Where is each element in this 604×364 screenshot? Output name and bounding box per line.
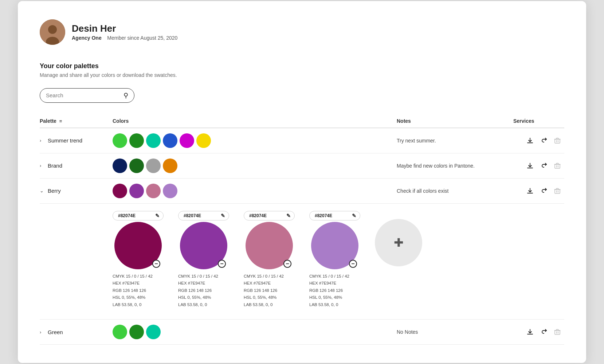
share-button[interactable] [539, 327, 549, 337]
color-swatch[interactable] [113, 325, 127, 339]
color-swatch[interactable] [129, 133, 144, 148]
notes-cell: Maybe find new colors in Pantone. [397, 153, 513, 178]
delete-button[interactable] [553, 186, 562, 196]
color-swatch[interactable] [163, 184, 177, 198]
remove-color-button[interactable]: − [218, 260, 226, 268]
remove-color-button[interactable]: − [349, 260, 357, 268]
berry-expanded-cell: #82074E ✎ − CMYK 15 / 0 / 15 / 42 HEX #7… [40, 203, 564, 320]
services-cell [513, 153, 564, 178]
color-swatch-wrapper: − [311, 222, 358, 269]
colors-cell [113, 178, 397, 203]
lab-value: LAB 53.58, 0, 0 [244, 301, 295, 309]
hsl-value: HSL 0, 55%, 48% [244, 294, 295, 301]
colors-cell [113, 320, 397, 345]
share-button[interactable] [539, 186, 549, 196]
color-swatch[interactable] [129, 158, 144, 173]
lab-value: LAB 53.58, 0, 0 [113, 301, 164, 309]
color-card: #82074E ✎ − CMYK 15 / 0 / 15 / 42 HEX #7… [113, 211, 164, 309]
hex-value: HEX #7E947E [309, 280, 360, 287]
rgb-value: RGB 126 148 126 [113, 287, 164, 294]
search-input-wrapper: ⚲ [40, 88, 134, 103]
th-colors: Colors [113, 114, 397, 128]
delete-button[interactable] [553, 161, 562, 171]
palette-name-cell[interactable]: › Green [40, 329, 113, 335]
table-row: › Summer trend Try next summer. [40, 128, 564, 153]
pencil-icon[interactable]: ✎ [155, 213, 160, 219]
filter-icon[interactable]: ≡ [59, 118, 62, 124]
add-color-button[interactable]: ✚ [375, 219, 422, 266]
services-cell [513, 178, 564, 203]
agency-name: Agency One [72, 35, 102, 41]
th-notes: Notes [397, 114, 513, 128]
chevron-icon: › [40, 163, 45, 168]
avatar [40, 19, 65, 45]
th-services: Services [513, 114, 564, 128]
main-window: Desin Her Agency One Member since August… [18, 1, 586, 363]
hex-label: #82074E [184, 213, 201, 218]
profile-meta: Agency One Member since August 25, 2020 [72, 35, 177, 41]
color-swatch[interactable] [163, 133, 177, 148]
color-swatch[interactable] [113, 184, 127, 198]
notes-cell: Check if all colors exist [397, 178, 513, 203]
search-icon[interactable]: ⚲ [123, 91, 128, 99]
color-swatch[interactable] [196, 133, 211, 148]
pencil-icon[interactable]: ✎ [221, 213, 225, 219]
section-subtitle: Manage and share all your colors or down… [40, 72, 564, 78]
notes-cell: No Notes [397, 320, 513, 345]
hsl-value: HSL 0, 55%, 48% [178, 294, 229, 301]
color-card: #82074E ✎ − CMYK 15 / 0 / 15 / 42 HEX #7… [309, 211, 360, 309]
services-cell [513, 128, 564, 153]
table-row: › Brand Maybe find new colors in Pantone… [40, 153, 564, 178]
profile-header: Desin Her Agency One Member since August… [40, 19, 564, 45]
color-swatch[interactable] [146, 158, 161, 173]
svg-rect-5 [555, 189, 560, 193]
palette-name: Green [48, 329, 63, 335]
plus-icon: ✚ [394, 236, 404, 250]
svg-point-1 [48, 25, 57, 34]
palette-name: Brand [48, 163, 62, 169]
color-swatch[interactable] [146, 325, 161, 339]
download-button[interactable] [525, 136, 535, 146]
pencil-icon[interactable]: ✎ [286, 213, 291, 219]
download-button[interactable] [525, 186, 535, 196]
color-swatch[interactable] [146, 133, 161, 148]
share-button[interactable] [539, 136, 549, 146]
color-card: #82074E ✎ − CMYK 15 / 0 / 15 / 42 HEX #7… [178, 211, 229, 309]
avatar-image [40, 19, 65, 45]
pencil-icon[interactable]: ✎ [352, 213, 356, 219]
palette-name-cell[interactable]: › Brand [40, 163, 113, 169]
rgb-value: RGB 126 148 126 [178, 287, 229, 294]
color-swatch[interactable] [146, 184, 161, 198]
rgb-value: RGB 126 148 126 [309, 287, 360, 294]
palette-table: Palette ≡ Colors Notes Services › Summer… [40, 114, 564, 345]
share-button[interactable] [539, 161, 549, 171]
color-swatch[interactable] [113, 158, 127, 173]
hsl-value: HSL 0, 55%, 48% [309, 294, 360, 301]
delete-button[interactable] [553, 327, 562, 337]
delete-button[interactable] [553, 136, 562, 145]
color-swatch[interactable] [129, 184, 144, 198]
palette-name-cell[interactable]: ⌄ Berry [40, 188, 113, 194]
svg-rect-6 [555, 330, 560, 334]
download-button[interactable] [525, 327, 535, 337]
search-input[interactable] [46, 92, 122, 98]
palette-name-cell[interactable]: › Summer trend [40, 137, 113, 144]
table-row: › Green No Notes [40, 320, 564, 345]
download-button[interactable] [525, 161, 535, 171]
color-swatch[interactable] [113, 133, 127, 148]
color-card-info: CMYK 15 / 0 / 15 / 42 HEX #7E947E RGB 12… [309, 273, 360, 309]
color-swatch[interactable] [163, 158, 177, 173]
color-card-info: CMYK 15 / 0 / 15 / 42 HEX #7E947E RGB 12… [244, 273, 295, 309]
color-card: #82074E ✎ − CMYK 15 / 0 / 15 / 42 HEX #7… [244, 211, 295, 309]
color-card-info: CMYK 15 / 0 / 15 / 42 HEX #7E947E RGB 12… [113, 273, 164, 309]
color-card-header: #82074E ✎ [178, 211, 229, 220]
color-swatch-wrapper: − [114, 222, 162, 269]
palette-name: Summer trend [48, 137, 82, 144]
services-cell [513, 320, 564, 345]
colors-cell [113, 153, 397, 178]
profile-info: Desin Her Agency One Member since August… [72, 23, 177, 41]
remove-color-button[interactable]: − [283, 260, 291, 268]
color-swatch[interactable] [129, 325, 144, 339]
remove-color-button[interactable]: − [152, 260, 160, 268]
color-swatch[interactable] [180, 133, 194, 148]
